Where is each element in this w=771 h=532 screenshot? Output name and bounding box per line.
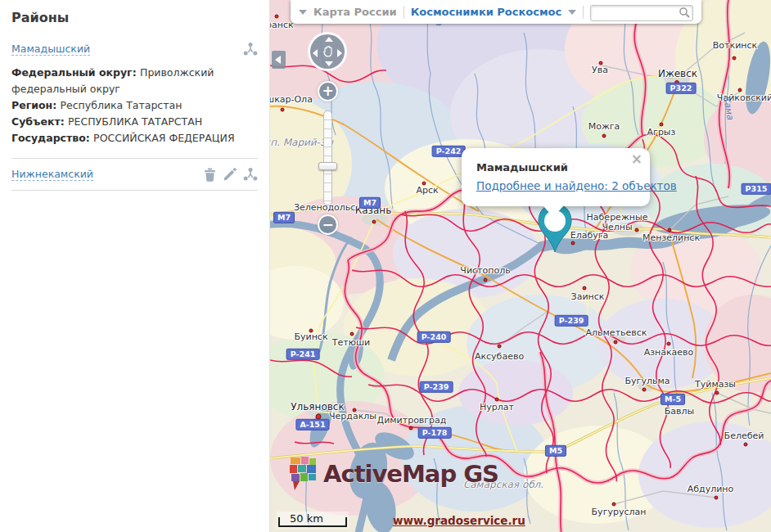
scale-label: 50 km [290, 512, 323, 525]
map-city-label: Аксубаево [475, 352, 524, 362]
map-city-label: Яранск [270, 20, 294, 30]
city-dot [484, 278, 488, 282]
pan-left-icon[interactable] [313, 49, 318, 57]
search-icon[interactable] [679, 7, 690, 18]
pan-right-icon[interactable] [337, 49, 342, 57]
district-field: Федеральный округ: Приволжский федеральн… [11, 65, 258, 97]
map-city-label: Белебей [724, 431, 764, 441]
map-viewport[interactable]: ЯранскЙошкар-ОлаЗеленодольскКазаньАрскЧи… [270, 0, 771, 532]
map-city-label: Ува [592, 65, 608, 75]
list-divider [11, 158, 258, 159]
city-dot [668, 228, 672, 232]
toolbar-divider [583, 6, 584, 19]
map-city-label: Тетюши [332, 338, 370, 348]
district-list: МамадышскийФедеральный округ: Приволжски… [11, 42, 258, 191]
district-row: Мамадышский [11, 42, 258, 56]
chevron-down-icon[interactable] [299, 10, 307, 15]
popup-title: Мамадышский [476, 161, 568, 174]
select-on-map-icon[interactable] [243, 167, 258, 182]
city-dot [372, 220, 376, 224]
sidebar: Районы МамадышскийФедеральный округ: При… [0, 0, 270, 532]
road-badge: М-5 [661, 394, 685, 405]
gradoservice-link[interactable]: www.gradoservice.ru [393, 514, 525, 527]
road-badge: М5 [545, 445, 566, 457]
district-field: Регион: Республика Татарстан [11, 97, 258, 114]
road-badge: Р-241 [286, 349, 320, 360]
activemap-logo-icon [288, 455, 318, 492]
map-city-label: Арск [416, 186, 438, 196]
map-city-label: Бугульма [625, 376, 670, 386]
pan-up-icon[interactable] [325, 37, 333, 42]
city-dot [275, 15, 279, 19]
map-city-label: Альметьевск [586, 328, 647, 338]
zoom-slider-track[interactable] [323, 110, 332, 205]
activemap-logo-text: ActiveMap GS [323, 460, 498, 488]
map-popup: Мамадышский Подробнее и найдено: 2 объек… [462, 148, 650, 206]
map-city-label: Нурлат [480, 403, 514, 413]
map-city-label: Можга [588, 122, 620, 132]
base-layer-button[interactable]: Карта России [313, 6, 397, 18]
district-field: Субъект: РЕСПУБЛИКА ТАТАРСТАН [11, 114, 258, 130]
road-badge: Р-239 [555, 315, 588, 327]
map-city-label: Мензелинск [642, 233, 700, 243]
district-field: Государство: РОССИЙСКАЯ ФЕДЕРАЦИЯ [11, 130, 258, 147]
map-city-label: Йошкар-Ола [270, 95, 313, 105]
map-city-label: Чистополь [460, 266, 510, 276]
city-dot [350, 332, 354, 336]
city-dot [281, 108, 285, 112]
delete-icon[interactable] [203, 167, 217, 182]
toolbar-divider [404, 6, 404, 19]
popup-details-link[interactable]: Подробнее и найдено: 2 объектов [476, 179, 677, 192]
page-title: Районы [11, 10, 258, 25]
map-city-label: Бавлы [665, 407, 695, 417]
map-city-label: Буинск [294, 332, 327, 342]
map-city-label: Воткинск [713, 41, 757, 51]
activemap-app: Районы МамадышскийФедеральный округ: При… [0, 0, 771, 532]
city-dot [602, 134, 606, 138]
city-dot [715, 391, 719, 395]
zoom-out-button[interactable]: − [318, 214, 338, 235]
city-dot [715, 496, 719, 500]
zoom-in-button[interactable]: + [318, 81, 338, 101]
pan-down-icon[interactable] [325, 61, 333, 66]
map-city-label: НабережныеЧелны [587, 213, 648, 232]
map-city-label: Абдулино [688, 485, 734, 494]
select-on-map-icon[interactable] [243, 42, 258, 56]
map-city-label: Бугуруслан [592, 507, 647, 517]
road-badge: Р315 [742, 183, 771, 195]
city-dot [614, 340, 618, 345]
city-dot [495, 398, 499, 402]
road-badge: Р322 [666, 83, 697, 94]
map-city-label: Туймазы [695, 380, 736, 390]
district-actions [203, 167, 258, 182]
map-city-label: Димитровград [377, 416, 447, 426]
sidebar-collapse-button[interactable] [272, 51, 286, 69]
pan-control[interactable] [308, 32, 347, 71]
zoom-slider-handle[interactable] [318, 162, 337, 170]
district-link[interactable]: Нижнекамский [11, 168, 93, 181]
edit-icon[interactable] [223, 167, 237, 182]
activemap-logo: ActiveMap GS [288, 455, 498, 492]
map-city-label: Ижевск [658, 69, 697, 79]
road-badge: Р-178 [418, 427, 452, 439]
active-layer-button[interactable]: Космоснимки Роскосмос [411, 6, 562, 18]
road-badge: Р-239 [420, 381, 453, 393]
layer-toolbar: Карта России Космоснимки Роскосмос [291, 0, 701, 24]
city-dot [583, 286, 587, 291]
popup-close-icon[interactable]: × [631, 152, 642, 166]
city-dot [498, 345, 502, 349]
map-canvas[interactable] [270, 0, 771, 532]
map-city-label: Заинск [571, 292, 605, 302]
road-badge: М7 [273, 212, 295, 223]
map-city-label: Елабуга [570, 231, 609, 241]
map-city-label: Агрыз [647, 128, 676, 138]
district-link[interactable]: Мамадышский [11, 43, 90, 56]
city-dot [612, 503, 616, 507]
chevron-down-icon[interactable] [568, 10, 576, 15]
city-dot [733, 56, 737, 61]
road-badge: А-151 [295, 419, 329, 431]
district-row: Нижнекамский [11, 167, 258, 182]
map-city-label: Азнакаево [644, 348, 694, 358]
hand-icon [322, 45, 335, 58]
road-badge: М7 [359, 197, 381, 209]
